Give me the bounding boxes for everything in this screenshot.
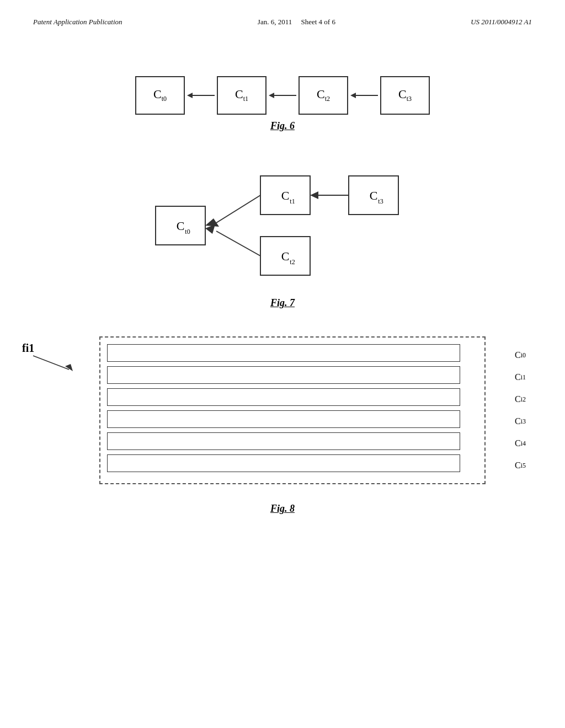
publication-date: Jan. 6, 2011 <box>258 18 292 26</box>
svg-text:C: C <box>177 219 185 233</box>
page-content: Ct0 Ct1 Ct2 <box>0 26 565 564</box>
bar-ci2 <box>107 388 460 406</box>
block-ct1: Ct1 <box>217 76 266 115</box>
label-ci0: Ci0 <box>515 344 526 366</box>
block-ct2: Ct2 <box>299 76 348 115</box>
fig7-svg: C t0 C t1 C t2 C t3 <box>145 165 420 286</box>
svg-text:C: C <box>281 189 290 202</box>
block-ct0: Ct0 <box>135 76 185 115</box>
arrow-ct1-to-ct0 <box>187 90 215 101</box>
header-center: Jan. 6, 2011 Sheet 4 of 6 <box>258 18 335 26</box>
label-ci3: Ci3 <box>515 410 526 432</box>
block-ct3: Ct3 <box>380 76 430 115</box>
svg-line-24 <box>33 356 69 370</box>
svg-marker-3 <box>269 93 274 98</box>
label-ci2: Ci2 <box>515 388 526 410</box>
publication-type: Patent Application Publication <box>33 18 122 26</box>
fi1-arrow <box>28 353 77 375</box>
bar-ci0 <box>107 344 460 362</box>
arrow-ct3-to-ct2 <box>350 90 378 101</box>
page-header: Patent Application Publication Jan. 6, 2… <box>0 0 565 26</box>
label-ci5: Ci5 <box>515 454 526 477</box>
fig8-label: Fig. 8 <box>33 503 532 515</box>
svg-marker-23 <box>310 191 318 199</box>
svg-marker-1 <box>187 93 193 98</box>
svg-text:C: C <box>370 189 378 202</box>
svg-line-20 <box>216 231 260 256</box>
fig8-diagram: fi1 Ci0 <box>55 336 532 486</box>
svg-text:t1: t1 <box>290 197 295 205</box>
fig8-wrapper: fi1 Ci0 <box>55 336 486 484</box>
bar-ci1 <box>107 366 460 384</box>
bar-ci4 <box>107 432 460 450</box>
fig8-bar-labels: Ci0 Ci1 Ci2 Ci3 Ci4 Ci5 <box>515 344 526 477</box>
fig6-label: Fig. 6 <box>33 120 532 132</box>
bar-ci3 <box>107 410 460 428</box>
bar-ci5 <box>107 454 460 472</box>
fig7-diagram: C t0 C t1 C t2 C t3 <box>33 159 532 292</box>
label-ci1: Ci1 <box>515 366 526 388</box>
sheet-number: Sheet 4 of 6 <box>301 18 335 26</box>
fig7-label: Fig. 7 <box>33 297 532 309</box>
svg-marker-5 <box>350 93 356 98</box>
fig8-dashed-container: Ci0 Ci1 Ci2 Ci3 Ci4 Ci5 <box>99 336 486 484</box>
header-right: US 2011/0004912 A1 <box>471 18 532 26</box>
svg-text:C: C <box>281 249 290 263</box>
svg-text:t2: t2 <box>290 258 295 266</box>
svg-marker-25 <box>65 364 73 371</box>
fig6-diagram: Ct0 Ct1 Ct2 <box>33 76 532 115</box>
fig7-inner: C t0 C t1 C t2 C t3 <box>145 165 420 286</box>
label-ci4: Ci4 <box>515 432 526 454</box>
fig8-bars-area: Ci0 Ci1 Ci2 Ci3 Ci4 Ci5 <box>107 344 484 472</box>
arrow-ct2-to-ct1 <box>269 90 296 101</box>
patent-number: US 2011/0004912 A1 <box>471 18 532 26</box>
header-left: Patent Application Publication <box>33 18 122 26</box>
svg-line-18 <box>216 195 260 223</box>
svg-text:t3: t3 <box>378 197 383 205</box>
svg-text:t0: t0 <box>185 228 190 235</box>
